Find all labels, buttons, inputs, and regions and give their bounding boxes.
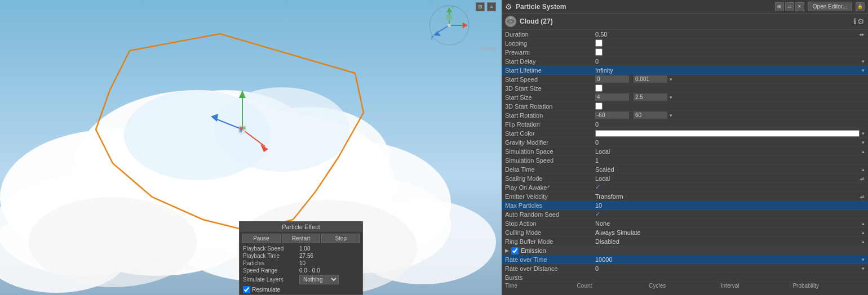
flip-rotation-row: Flip Rotation 0 [502,120,868,129]
play-on-awake-row: Play On Awake* ✓ [502,183,868,192]
start-lifetime-value[interactable]: Infinity [595,67,860,74]
auto-random-seed-row: Auto Random Seed ✓ [502,210,868,219]
rate-over-distance-row: Rate over Distance 0 ▾ [502,264,868,273]
rate-over-distance-value[interactable]: 0 [595,265,860,272]
3d-start-size-row: 3D Start Size [502,84,868,93]
component-settings-icon[interactable]: ⚙ [857,17,865,26]
simulate-layers-select[interactable]: Nothing Everything [299,275,339,284]
ring-buffer-mode-label: Ring Buffer Mode [505,238,595,245]
culling-mode-value[interactable]: Always Simulate [595,229,860,236]
looping-label: Looping [505,40,595,47]
restart-button[interactable]: Restart [282,234,321,243]
gizmo[interactable]: Y Z [428,5,471,47]
svg-point-37 [448,24,451,27]
stop-action-value[interactable]: None [595,220,860,227]
culling-mode-arrow: ▴ [862,230,865,235]
resimulate-checkbox[interactable] [243,286,250,293]
properties-list: Duration 0.50 ◂▸ Looping Prewarm Start D… [502,30,868,295]
bursts-probability-col: Probability [792,283,865,289]
svg-marker-36 [463,23,468,28]
auto-random-seed-check[interactable]: ✓ [595,211,600,218]
bursts-row: Bursts [502,273,868,282]
start-speed-label: Start Speed [505,76,595,83]
looping-row: Looping [502,39,868,48]
panel-lock-icon[interactable]: 🔒 [856,2,865,11]
scaling-mode-row: Scaling Mode Local ⇌ [502,174,868,183]
right-panel: ⚙ Particle System ⊞ ▭ ✕ Open Editor... 🔒… [502,0,868,295]
start-speed-field2[interactable] [634,75,667,83]
start-speed-arrow: ▾ [670,77,672,82]
duration-value[interactable]: 0.50 [595,31,857,38]
start-rotation-field2[interactable] [634,111,667,119]
rate-over-distance-arrow: ▾ [862,266,865,271]
rate-over-time-value[interactable]: 10000 [595,256,860,263]
panel-icon-3[interactable]: ✕ [795,2,804,11]
bursts-time-col: Time [505,283,577,289]
start-rotation-field1[interactable] [595,111,629,119]
bursts-label: Bursts [505,274,595,281]
scaling-mode-arrow: ⇌ [860,176,865,181]
maximize-icon[interactable]: ⊞ [476,2,485,11]
ring-buffer-mode-value[interactable]: Disabled [595,238,860,245]
speed-range-value: 0.0 - 0.0 [299,267,320,274]
speed-range-label: Speed Range [243,267,299,274]
prewarm-checkbox[interactable] [595,48,603,56]
start-color-row: Start Color ▾ [502,129,868,138]
bursts-count-col: Count [577,283,649,289]
svg-rect-26 [240,129,242,132]
svg-point-14 [214,87,349,172]
panel-icon-2[interactable]: ▭ [785,2,794,11]
settings-icon[interactable]: ≡ [487,2,496,11]
open-editor-button[interactable]: Open Editor... [808,2,852,11]
resimulate-row: Resimulate [240,285,362,294]
emitter-velocity-value[interactable]: Transform [595,193,858,200]
start-color-label: Start Color [505,130,595,137]
start-delay-arrow: ▾ [862,59,865,64]
max-particles-row: Max Particles 10 [502,201,868,210]
play-on-awake-check[interactable]: ✓ [595,184,600,191]
svg-marker-33 [433,31,441,36]
rate-over-distance-label: Rate over Distance [505,265,595,272]
3d-start-rotation-checkbox[interactable] [595,102,603,110]
panel-header-icons: ⊞ ▭ ✕ [775,2,804,11]
start-speed-field1[interactable] [595,75,629,83]
ring-buffer-mode-arrow: ▴ [862,239,865,244]
panel-icon-1[interactable]: ⊞ [775,2,784,11]
speed-range-row: Speed Range 0.0 - 0.0 [240,267,362,274]
gravity-modifier-value[interactable]: 0 [595,139,860,146]
emission-section[interactable]: ▶ Emission [502,246,868,255]
start-rotation-row: Start Rotation ▾ [502,111,868,120]
3d-start-size-checkbox[interactable] [595,84,603,92]
viewport[interactable]: ⊞ ≡ Y Z Persp Particle Effect [0,0,502,295]
stop-action-arrow: ▴ [862,221,865,226]
start-size-field1[interactable] [595,93,629,101]
emission-arrow-icon: ▶ [505,248,509,253]
particles-label: Particles [243,260,299,266]
particle-effect-panel: Particle Effect Pause Restart Stop Playb… [239,221,363,295]
svg-point-15 [28,197,197,287]
component-info-icon[interactable]: ℹ [853,17,856,26]
start-size-field2[interactable] [634,93,667,101]
svg-rect-27 [242,129,245,132]
start-rotation-arrow: ▾ [670,113,672,118]
max-particles-value[interactable]: 10 [595,202,865,209]
bursts-cycles-col: Cycles [649,283,721,289]
start-color-bar[interactable] [595,130,860,137]
emission-checkbox[interactable] [511,247,519,254]
simulation-speed-value[interactable]: 1 [595,157,865,164]
start-speed-values [595,75,667,83]
svg-rect-24 [240,127,242,129]
start-delay-value[interactable]: 0 [595,58,860,65]
delta-time-value[interactable]: Scaled [595,166,860,173]
bursts-interval-col: Interval [721,283,793,289]
duration-label: Duration [505,31,595,38]
scaling-mode-value[interactable]: Local [595,175,858,182]
max-particles-label: Max Particles [505,202,595,209]
looping-checkbox[interactable] [595,39,603,47]
pause-button[interactable]: Pause [242,234,281,243]
simulation-space-value[interactable]: Local [595,148,860,155]
auto-random-seed-label: Auto Random Seed [505,211,595,218]
stop-button[interactable]: Stop [321,234,360,243]
flip-rotation-value[interactable]: 0 [595,121,865,128]
particles-row: Particles 10 [240,260,362,267]
